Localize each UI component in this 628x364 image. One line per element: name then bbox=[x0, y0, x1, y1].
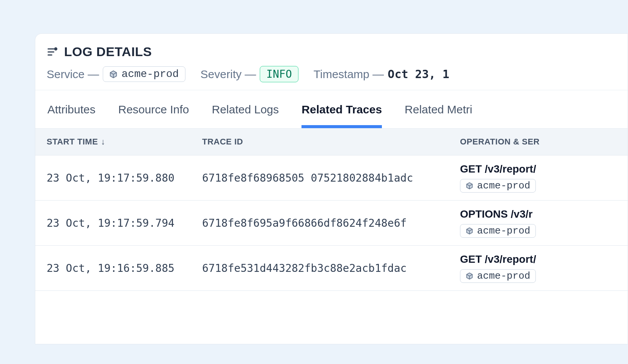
cell-trace-id: 6718fe531d443282fb3c88e2acb1fdac bbox=[191, 246, 449, 290]
cell-trace-id: 6718fe8f68968505 07521802884b1adc bbox=[191, 155, 449, 200]
panel-header: LOG DETAILS Service — acme-prod Severity… bbox=[35, 34, 628, 90]
cell-op-service: GET /v3/report/ acme-prod bbox=[449, 246, 628, 290]
operation-text: OPTIONS /v3/r bbox=[460, 208, 532, 220]
service-chip-label: acme-prod bbox=[477, 270, 530, 282]
traces-table: START TIME ↓ TRACE ID OPERATION & SER 23… bbox=[35, 129, 628, 291]
cell-op-service: OPTIONS /v3/r acme-prod bbox=[449, 201, 628, 245]
service-chip-label: acme-prod bbox=[121, 68, 179, 80]
col-trace-id[interactable]: TRACE ID bbox=[191, 129, 449, 155]
sort-desc-icon: ↓ bbox=[101, 137, 105, 147]
meta-timestamp: Timestamp — Oct 23, 1 bbox=[314, 67, 449, 81]
meta-severity-label: Severity — bbox=[201, 68, 256, 81]
service-chip[interactable]: acme-prod bbox=[460, 224, 536, 238]
col-operation-service[interactable]: OPERATION & SER bbox=[449, 129, 628, 155]
cell-start-time: 23 Oct, 19:17:59.880 bbox=[35, 155, 191, 200]
cell-trace-id: 6718fe8f695a9f66866df8624f248e6f bbox=[191, 201, 449, 245]
table-row[interactable]: 23 Oct, 19:17:59.794 6718fe8f695a9f66866… bbox=[35, 201, 628, 246]
meta-severity: Severity — INFO bbox=[201, 66, 298, 82]
tab-related-logs[interactable]: Related Logs bbox=[212, 90, 279, 128]
tab-resource-info[interactable]: Resource Info bbox=[118, 90, 189, 128]
tabs: Attributes Resource Info Related Logs Re… bbox=[35, 90, 628, 129]
page-title: LOG DETAILS bbox=[64, 44, 152, 59]
service-chip-label: acme-prod bbox=[477, 225, 530, 237]
svg-point-0 bbox=[54, 47, 58, 50]
service-chip-label: acme-prod bbox=[477, 180, 530, 191]
service-chip[interactable]: acme-prod bbox=[460, 179, 536, 193]
table-row[interactable]: 23 Oct, 19:17:59.880 6718fe8f68968505 07… bbox=[35, 155, 628, 201]
tab-related-traces[interactable]: Related Traces bbox=[301, 90, 382, 128]
meta-row: Service — acme-prod Severity — INFO Time… bbox=[47, 66, 616, 82]
timestamp-value: Oct 23, 1 bbox=[388, 67, 449, 81]
cube-icon bbox=[466, 272, 473, 280]
operation-text: GET /v3/report/ bbox=[460, 253, 536, 265]
meta-service: Service — acme-prod bbox=[47, 66, 185, 82]
col-start-time[interactable]: START TIME ↓ bbox=[35, 129, 191, 155]
meta-timestamp-label: Timestamp — bbox=[314, 68, 384, 81]
cube-icon bbox=[109, 70, 118, 78]
table-row[interactable]: 23 Oct, 19:16:59.885 6718fe531d443282fb3… bbox=[35, 246, 628, 291]
title-row: LOG DETAILS bbox=[47, 44, 616, 59]
severity-badge: INFO bbox=[260, 66, 298, 82]
col-op-service-label: OPERATION & SER bbox=[460, 137, 540, 147]
log-details-panel: LOG DETAILS Service — acme-prod Severity… bbox=[35, 33, 628, 344]
cell-op-service: GET /v3/report/ acme-prod bbox=[449, 155, 628, 200]
tab-related-metrics[interactable]: Related Metri bbox=[405, 90, 472, 128]
col-trace-id-label: TRACE ID bbox=[202, 137, 243, 147]
cell-start-time: 23 Oct, 19:16:59.885 bbox=[35, 246, 191, 290]
log-details-icon bbox=[47, 46, 59, 58]
table-header: START TIME ↓ TRACE ID OPERATION & SER bbox=[35, 129, 628, 155]
operation-text: GET /v3/report/ bbox=[460, 163, 536, 175]
service-chip[interactable]: acme-prod bbox=[460, 269, 536, 283]
service-chip[interactable]: acme-prod bbox=[103, 66, 185, 82]
col-start-time-label: START TIME bbox=[47, 137, 98, 147]
meta-service-label: Service — bbox=[47, 68, 99, 81]
tab-attributes[interactable]: Attributes bbox=[47, 90, 96, 128]
cube-icon bbox=[466, 182, 473, 190]
cube-icon bbox=[466, 227, 473, 235]
cell-start-time: 23 Oct, 19:17:59.794 bbox=[35, 201, 191, 245]
